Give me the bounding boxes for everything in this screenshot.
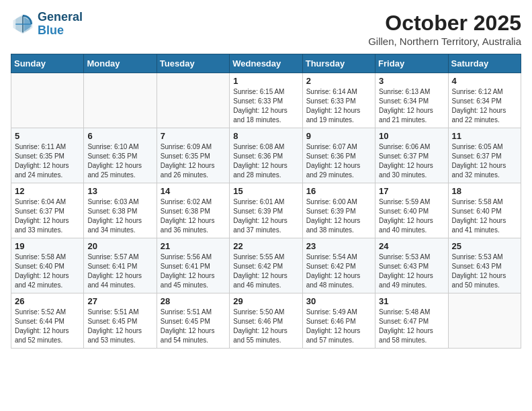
day-number: 14 [161,186,226,196]
day-number: 21 [161,241,226,251]
day-info: Sunrise: 6:08 AM Sunset: 6:36 PM Dayligh… [233,142,298,180]
day-info: Sunrise: 6:02 AM Sunset: 6:38 PM Dayligh… [161,197,226,235]
weekday-header: Friday [375,54,448,73]
calendar-cell: 23Sunrise: 5:54 AM Sunset: 6:42 PM Dayli… [302,238,375,293]
day-number: 5 [15,131,80,141]
day-number: 4 [452,76,517,86]
calendar-cell: 10Sunrise: 6:06 AM Sunset: 6:37 PM Dayli… [375,128,448,183]
day-number: 1 [233,76,298,86]
day-info: Sunrise: 6:09 AM Sunset: 6:35 PM Dayligh… [161,142,226,180]
title-block: October 2025 Gillen, Northern Territory,… [368,11,521,47]
day-number: 11 [452,131,517,141]
calendar-cell: 25Sunrise: 5:53 AM Sunset: 6:43 PM Dayli… [448,238,521,293]
calendar-week-row: 12Sunrise: 6:04 AM Sunset: 6:37 PM Dayli… [11,183,521,238]
day-info: Sunrise: 6:12 AM Sunset: 6:34 PM Dayligh… [452,87,517,125]
logo-blue: Blue [38,24,83,38]
day-info: Sunrise: 5:56 AM Sunset: 6:41 PM Dayligh… [161,253,226,290]
calendar-cell [448,293,521,349]
calendar-cell: 28Sunrise: 5:51 AM Sunset: 6:45 PM Dayli… [157,293,229,349]
calendar-cell: 15Sunrise: 6:01 AM Sunset: 6:39 PM Dayli… [230,183,302,238]
day-info: Sunrise: 5:51 AM Sunset: 6:45 PM Dayligh… [87,308,152,345]
calendar-cell: 8Sunrise: 6:08 AM Sunset: 6:36 PM Daylig… [230,128,302,183]
day-number: 19 [15,241,80,251]
day-info: Sunrise: 6:00 AM Sunset: 6:39 PM Dayligh… [306,197,371,235]
calendar-week-row: 1Sunrise: 6:15 AM Sunset: 6:33 PM Daylig… [11,73,521,128]
day-info: Sunrise: 6:14 AM Sunset: 6:33 PM Dayligh… [306,87,371,125]
day-number: 16 [306,186,371,196]
calendar-week-row: 26Sunrise: 5:52 AM Sunset: 6:44 PM Dayli… [11,293,521,349]
day-number: 24 [379,241,444,251]
calendar-cell: 31Sunrise: 5:48 AM Sunset: 6:47 PM Dayli… [375,293,448,349]
page-title: October 2025 [368,11,521,36]
calendar-cell: 26Sunrise: 5:52 AM Sunset: 6:44 PM Dayli… [11,293,84,349]
logo-icon [11,12,35,36]
weekday-header: Tuesday [157,54,229,73]
day-info: Sunrise: 5:52 AM Sunset: 6:44 PM Dayligh… [15,308,80,345]
calendar-cell: 24Sunrise: 5:53 AM Sunset: 6:43 PM Dayli… [375,238,448,293]
day-info: Sunrise: 6:04 AM Sunset: 6:37 PM Dayligh… [15,197,80,235]
weekday-header: Wednesday [230,54,302,73]
day-info: Sunrise: 6:01 AM Sunset: 6:39 PM Dayligh… [233,197,298,235]
day-number: 27 [87,296,152,306]
calendar-cell: 7Sunrise: 6:09 AM Sunset: 6:35 PM Daylig… [157,128,229,183]
day-number: 9 [306,131,371,141]
calendar-week-row: 5Sunrise: 6:11 AM Sunset: 6:35 PM Daylig… [11,128,521,183]
day-number: 15 [233,186,298,196]
calendar-cell: 17Sunrise: 5:59 AM Sunset: 6:40 PM Dayli… [375,183,448,238]
calendar-cell: 11Sunrise: 6:05 AM Sunset: 6:37 PM Dayli… [448,128,521,183]
day-number: 22 [233,241,298,251]
day-number: 28 [161,296,226,306]
day-info: Sunrise: 5:54 AM Sunset: 6:42 PM Dayligh… [306,253,371,290]
calendar-cell: 21Sunrise: 5:56 AM Sunset: 6:41 PM Dayli… [157,238,229,293]
day-info: Sunrise: 6:11 AM Sunset: 6:35 PM Dayligh… [15,142,80,180]
calendar-cell: 19Sunrise: 5:58 AM Sunset: 6:40 PM Dayli… [11,238,84,293]
calendar-cell [11,73,84,128]
calendar-cell [84,73,157,128]
logo-general: General [38,11,83,24]
day-number: 12 [15,186,80,196]
day-info: Sunrise: 6:13 AM Sunset: 6:34 PM Dayligh… [379,87,444,125]
day-info: Sunrise: 5:55 AM Sunset: 6:42 PM Dayligh… [233,253,298,290]
calendar-cell: 27Sunrise: 5:51 AM Sunset: 6:45 PM Dayli… [84,293,157,349]
calendar-header-row: SundayMondayTuesdayWednesdayThursdayFrid… [11,54,521,73]
day-info: Sunrise: 6:06 AM Sunset: 6:37 PM Dayligh… [379,142,444,180]
day-info: Sunrise: 6:10 AM Sunset: 6:35 PM Dayligh… [87,142,152,180]
day-info: Sunrise: 5:49 AM Sunset: 6:46 PM Dayligh… [306,308,371,345]
day-info: Sunrise: 5:48 AM Sunset: 6:47 PM Dayligh… [379,308,444,345]
day-number: 17 [379,186,444,196]
day-info: Sunrise: 5:59 AM Sunset: 6:40 PM Dayligh… [379,197,444,235]
calendar-cell: 4Sunrise: 6:12 AM Sunset: 6:34 PM Daylig… [448,73,521,128]
weekday-header: Saturday [448,54,521,73]
day-number: 31 [379,296,444,306]
calendar-table: SundayMondayTuesdayWednesdayThursdayFrid… [11,54,521,349]
calendar-cell: 16Sunrise: 6:00 AM Sunset: 6:39 PM Dayli… [302,183,375,238]
day-number: 3 [379,76,444,86]
day-info: Sunrise: 5:58 AM Sunset: 6:40 PM Dayligh… [15,253,80,290]
day-number: 29 [233,296,298,306]
day-number: 23 [306,241,371,251]
calendar-cell [157,73,229,128]
day-info: Sunrise: 5:53 AM Sunset: 6:43 PM Dayligh… [452,253,517,290]
day-info: Sunrise: 5:57 AM Sunset: 6:41 PM Dayligh… [87,253,152,290]
day-number: 18 [452,186,517,196]
day-info: Sunrise: 6:05 AM Sunset: 6:37 PM Dayligh… [452,142,517,180]
calendar-cell: 9Sunrise: 6:07 AM Sunset: 6:36 PM Daylig… [302,128,375,183]
day-info: Sunrise: 5:53 AM Sunset: 6:43 PM Dayligh… [379,253,444,290]
calendar-cell: 13Sunrise: 6:03 AM Sunset: 6:38 PM Dayli… [84,183,157,238]
calendar-cell: 20Sunrise: 5:57 AM Sunset: 6:41 PM Dayli… [84,238,157,293]
day-info: Sunrise: 5:50 AM Sunset: 6:46 PM Dayligh… [233,308,298,345]
day-number: 7 [161,131,226,141]
logo-text: General Blue [38,11,83,38]
logo: General Blue [11,11,83,38]
day-number: 13 [87,186,152,196]
page-subtitle: Gillen, Northern Territory, Australia [368,36,521,47]
calendar-cell: 30Sunrise: 5:49 AM Sunset: 6:46 PM Dayli… [302,293,375,349]
calendar-cell: 2Sunrise: 6:14 AM Sunset: 6:33 PM Daylig… [302,73,375,128]
calendar-cell: 12Sunrise: 6:04 AM Sunset: 6:37 PM Dayli… [11,183,84,238]
day-info: Sunrise: 6:07 AM Sunset: 6:36 PM Dayligh… [306,142,371,180]
calendar-cell: 1Sunrise: 6:15 AM Sunset: 6:33 PM Daylig… [230,73,302,128]
calendar-cell: 5Sunrise: 6:11 AM Sunset: 6:35 PM Daylig… [11,128,84,183]
weekday-header: Sunday [11,54,84,73]
calendar-cell: 3Sunrise: 6:13 AM Sunset: 6:34 PM Daylig… [375,73,448,128]
day-number: 6 [87,131,152,141]
